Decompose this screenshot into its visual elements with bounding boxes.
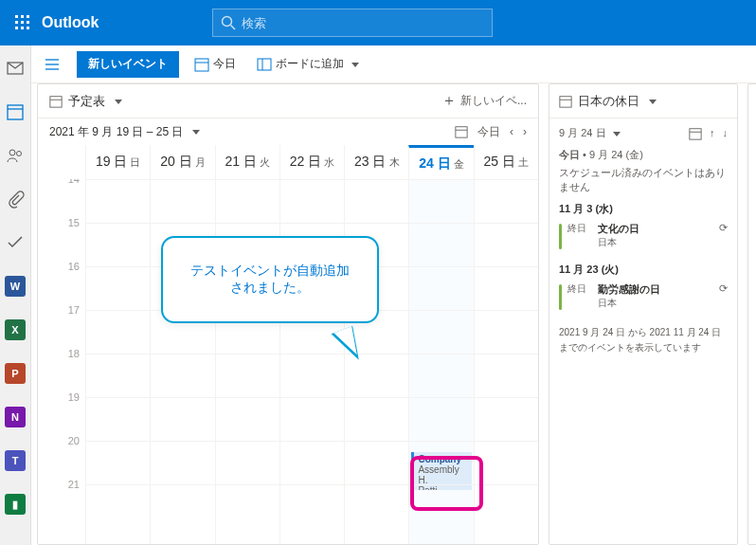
day-column[interactable] xyxy=(215,179,279,544)
cmd-add-to-board[interactable]: ボードに追加 xyxy=(251,56,365,72)
rail-mail[interactable] xyxy=(0,53,30,83)
side-next[interactable]: ↓ xyxy=(723,127,729,140)
svg-rect-27 xyxy=(560,96,571,106)
cmd-today-label: 今日 xyxy=(213,56,236,72)
svg-point-14 xyxy=(9,150,15,155)
day-header[interactable]: 23 日 木 xyxy=(344,145,408,179)
allday-label: 終日 xyxy=(567,282,590,310)
right-stub-pane: ✎ ＋ xyxy=(747,83,756,545)
holiday1-region: 日本 xyxy=(598,236,639,249)
hour-label: 21 xyxy=(38,479,85,522)
svg-rect-23 xyxy=(50,96,62,106)
hour-label: 19 xyxy=(38,391,85,435)
hour-label: 16 xyxy=(38,261,85,304)
day-column[interactable] xyxy=(150,179,214,544)
holiday2-title: 勤労感謝の日 xyxy=(598,282,660,297)
rail-more[interactable]: ▮ xyxy=(0,489,30,519)
calendar-today-icon xyxy=(194,57,209,72)
rail-people[interactable] xyxy=(0,140,30,171)
app-name: Outlook xyxy=(42,14,99,31)
board-icon xyxy=(257,57,272,72)
new-event-short: 新しいイベ... xyxy=(460,93,527,109)
rail-excel[interactable]: X xyxy=(0,315,30,345)
bookings-icon: ▮ xyxy=(5,494,26,515)
rail-word[interactable]: W xyxy=(0,271,30,301)
day-column[interactable] xyxy=(279,179,344,544)
attachment-icon xyxy=(6,190,25,209)
onenote-icon: N xyxy=(5,407,26,427)
teams-icon: T xyxy=(5,450,26,471)
chevron-down-icon[interactable] xyxy=(609,127,621,138)
holiday-item[interactable]: 終日 勤労感謝の日 日本 ⟳ xyxy=(559,277,728,316)
svg-rect-6 xyxy=(15,27,18,29)
recurrence-icon: ⟳ xyxy=(719,222,728,249)
search-box[interactable] xyxy=(212,9,493,37)
holiday-color-bar xyxy=(559,284,562,310)
annotation-callout: テストイベントが自動追加 されました。 xyxy=(161,236,379,323)
day-grid[interactable]: CompanyAssembly H.Patti Fernan xyxy=(85,179,538,544)
svg-rect-8 xyxy=(27,27,29,29)
cmd-board-label: ボードに追加 xyxy=(276,56,344,72)
holiday1-date: 11 月 3 (水) xyxy=(559,202,728,216)
day-column[interactable] xyxy=(474,179,538,544)
svg-rect-12 xyxy=(8,105,23,119)
rail-todo[interactable] xyxy=(0,227,30,258)
day-header[interactable]: 24 日 金 xyxy=(408,145,473,179)
svg-rect-25 xyxy=(456,127,467,137)
day-header[interactable]: 20 日 月 xyxy=(150,145,214,179)
svg-rect-3 xyxy=(15,21,18,24)
chevron-down-icon[interactable] xyxy=(189,125,200,138)
search-icon xyxy=(221,15,236,30)
callout-line2: されました。 xyxy=(180,280,360,297)
svg-rect-29 xyxy=(690,128,701,138)
calendar-pane: 予定表 ＋ 新しいイベ... 2021 年 9 月 19 日 – 25 日 xyxy=(37,83,539,545)
svg-point-9 xyxy=(223,17,232,27)
powerpoint-icon: P xyxy=(5,363,26,384)
holiday2-region: 日本 xyxy=(598,297,660,310)
day-header[interactable]: 22 日 水 xyxy=(279,145,344,179)
check-icon xyxy=(6,233,25,252)
rail-onenote[interactable]: N xyxy=(0,402,30,432)
pane-new-event[interactable]: ＋ 新しいイベ... xyxy=(441,91,527,111)
hour-label: 18 xyxy=(38,348,85,391)
hour-label: 17 xyxy=(38,304,85,348)
holiday2-date: 11 月 23 (火) xyxy=(559,263,728,277)
new-event-button[interactable]: 新しいイベント xyxy=(77,51,179,78)
day-header[interactable]: 19 日 日 xyxy=(85,145,150,179)
plus-icon: ＋ xyxy=(441,91,457,111)
today-small-label[interactable]: 今日 xyxy=(477,124,500,140)
svg-rect-21 xyxy=(258,59,271,70)
holiday-item[interactable]: 終日 文化の日 日本 ⟳ xyxy=(559,216,728,255)
day-header[interactable]: 25 日 土 xyxy=(474,145,538,179)
day-column[interactable]: CompanyAssembly H.Patti Fernan xyxy=(408,179,473,544)
callout-line1: テストイベントが自動追加 xyxy=(180,263,360,280)
cmd-today[interactable]: 今日 xyxy=(189,56,242,72)
rail-teams[interactable]: T xyxy=(0,445,30,476)
side-prev[interactable]: ↑ xyxy=(710,127,715,140)
day-header[interactable]: 21 日 火 xyxy=(215,145,279,179)
next-week[interactable]: › xyxy=(523,125,527,138)
rail-calendar[interactable] xyxy=(0,97,30,127)
chevron-down-icon[interactable] xyxy=(111,94,122,108)
hour-label: 15 xyxy=(38,217,85,261)
calendar-small-icon xyxy=(49,95,63,108)
day-column[interactable] xyxy=(85,179,150,544)
rail-powerpoint[interactable]: P xyxy=(0,358,30,389)
today-date: 9 月 24 (金) xyxy=(589,149,643,160)
hour-labels: 1415161718192021 xyxy=(38,179,85,544)
calendar-small-icon[interactable] xyxy=(689,127,702,140)
svg-line-10 xyxy=(231,26,236,30)
nav-toggle[interactable] xyxy=(37,49,67,80)
prev-week[interactable]: ‹ xyxy=(510,125,513,138)
svg-rect-2 xyxy=(27,15,29,18)
search-input[interactable] xyxy=(242,16,484,30)
calendar-small-icon xyxy=(455,125,468,138)
rail-files[interactable] xyxy=(0,184,30,214)
app-launcher-icon[interactable] xyxy=(8,8,38,38)
allday-label: 終日 xyxy=(567,222,590,249)
no-events-text: スケジュール済みのイベントはありません xyxy=(559,166,728,194)
today-prefix: 今日 xyxy=(559,149,580,160)
sidebar-date: 9 月 24 日 xyxy=(559,127,606,138)
chevron-down-icon[interactable] xyxy=(645,94,657,108)
svg-rect-7 xyxy=(21,27,24,29)
